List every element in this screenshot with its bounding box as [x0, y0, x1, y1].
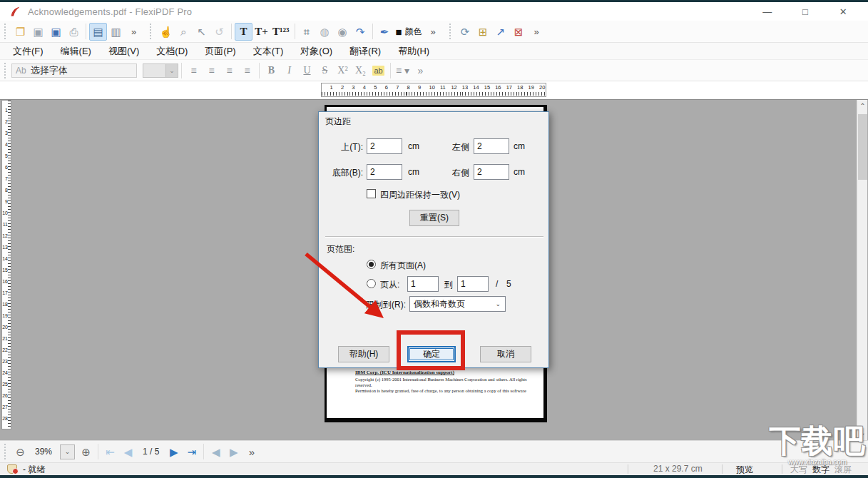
save-as-button[interactable]: ▣	[47, 23, 65, 41]
scrollbar-thumb[interactable]	[858, 114, 867, 180]
help-button[interactable]: 帮助(H)	[338, 346, 389, 362]
crop-button[interactable]: ⌗	[298, 23, 316, 41]
top-margin-input[interactable]	[367, 138, 402, 154]
overflow-button[interactable]: »	[528, 23, 546, 41]
restrict-label: 限制到(R):	[366, 299, 406, 311]
vertical-scrollbar[interactable]: ⌃ ⌄	[857, 100, 867, 440]
camera-button[interactable]: ◉	[334, 23, 352, 41]
menu-item-3[interactable]: 文档(D)	[156, 45, 188, 58]
menu-item-8[interactable]: 帮助(H)	[398, 45, 429, 58]
menu-item-5[interactable]: 文本(T)	[253, 45, 284, 58]
reset-button[interactable]: 重置(S)	[409, 210, 459, 226]
page-from-radio[interactable]	[367, 279, 376, 288]
overflow-button[interactable]: »	[424, 23, 442, 41]
strikethrough-button[interactable]: S	[317, 62, 333, 78]
keep-uniform-label: 四周边距保持一致(V)	[380, 189, 460, 201]
vertical-ruler: 1234567891011121314151617181920212223242…	[1, 100, 11, 429]
image-tool-button[interactable]: ◍	[316, 23, 334, 41]
status-bar: - 就绪 21 x 29.7 cm 预览 大写 数字 滚屏	[0, 462, 868, 475]
add-page-button[interactable]: ⊞	[474, 23, 492, 41]
font-select-input[interactable]: Ab 选择字体	[11, 63, 137, 78]
zoom-out-button[interactable]: ⊖	[11, 443, 29, 461]
page-to-input[interactable]	[457, 276, 489, 292]
hand-tool-button[interactable]: ☝	[157, 23, 175, 41]
right-margin-label: 右侧	[426, 167, 469, 179]
all-pages-radio[interactable]	[367, 260, 376, 269]
zoom-in-button[interactable]: ⊕	[77, 443, 95, 461]
right-margin-input[interactable]	[474, 164, 509, 180]
left-margin-input[interactable]	[474, 138, 509, 154]
slash-label: /	[496, 279, 498, 289]
color-swatch-button[interactable]: ■颜色	[394, 23, 424, 41]
toolbar-drag-handle	[4, 24, 6, 39]
all-pages-label: 所有页面(A)	[380, 260, 426, 272]
titlebar: Acknowledgements.pdf - FlexiPDF Pro — □ …	[0, 2, 868, 21]
menu-item-4[interactable]: 页面(P)	[205, 45, 235, 58]
divider	[325, 236, 543, 237]
zoom-level-value[interactable]: 39%	[35, 447, 52, 457]
edit-text-button[interactable]: T	[235, 23, 252, 41]
menu-item-2[interactable]: 视图(V)	[108, 45, 139, 58]
overflow-button[interactable]: »	[412, 62, 429, 78]
overflow-button[interactable]: »	[125, 23, 143, 41]
page-range-label: 页范围:	[327, 243, 354, 255]
align-center-button[interactable]: ≡	[203, 62, 220, 78]
add-text-button[interactable]: T+	[252, 23, 270, 41]
superscript-button[interactable]: X²	[335, 62, 351, 78]
align-right-button[interactable]: ≡	[221, 62, 238, 78]
align-justify-button[interactable]: ≡	[239, 62, 255, 78]
continuous-view-button[interactable]: ▥	[107, 23, 125, 41]
minimize-button[interactable]: —	[757, 6, 778, 17]
single-page-view-button[interactable]: ▤	[89, 23, 107, 41]
last-page-button[interactable]: ⇥	[183, 443, 200, 461]
save-button[interactable]: ▣	[29, 23, 47, 41]
close-button[interactable]: ✕	[832, 6, 854, 17]
security-shield-icon	[7, 464, 17, 474]
font-size-select[interactable]: ⌄	[143, 63, 178, 78]
bottom-margin-label: 底部(B):	[319, 167, 363, 179]
zoom-tool-button[interactable]: ⌕	[175, 23, 193, 41]
select-tool-button[interactable]: ↖	[193, 23, 210, 41]
eyedropper-button[interactable]: ✒	[376, 23, 394, 41]
menu-item-7[interactable]: 翻译(R)	[349, 45, 381, 58]
menu-item-6[interactable]: 对象(O)	[300, 45, 332, 58]
underline-button[interactable]: U	[299, 62, 315, 78]
open-file-button[interactable]: ❐	[11, 23, 29, 41]
line-spacing-button[interactable]: ≡ ▾	[394, 62, 411, 78]
subscript-button[interactable]: X₂	[352, 62, 369, 78]
scroll-up-icon[interactable]: ⌃	[857, 101, 868, 112]
toolbar-drag-handle	[4, 63, 6, 78]
page-from-input[interactable]	[407, 276, 439, 292]
italic-button[interactable]: I	[281, 62, 297, 78]
bold-button[interactable]: B	[263, 62, 280, 78]
bottom-margin-input[interactable]	[367, 164, 402, 180]
overflow-button[interactable]: »	[242, 443, 260, 461]
rotate-page-button[interactable]: ⟳	[456, 23, 474, 41]
chevron-down-icon[interactable]: ⌄	[165, 64, 178, 77]
menu-item-1[interactable]: 编辑(E)	[61, 45, 91, 58]
maximize-button[interactable]: □	[795, 6, 816, 17]
chevron-down-icon: ⌄	[495, 300, 501, 307]
red-highlight-rectangle	[397, 330, 465, 370]
zoom-dropdown-button[interactable]: ⌄	[60, 444, 75, 459]
keep-uniform-checkbox[interactable]	[367, 189, 376, 198]
view-back-button[interactable]: ◀	[207, 443, 225, 461]
bottom-border	[0, 475, 868, 478]
extract-page-button[interactable]: ↗	[492, 23, 510, 41]
next-page-button[interactable]: ▶	[165, 443, 183, 461]
unit-label: cm	[514, 141, 525, 151]
view-forward-button[interactable]: ▶	[225, 443, 242, 461]
undo-button[interactable]: ↺	[210, 23, 228, 41]
restrict-dropdown[interactable]: 偶数和奇数页 ⌄	[409, 296, 506, 312]
menu-item-0[interactable]: 文件(F)	[13, 45, 44, 58]
first-page-button[interactable]: ⇤	[101, 443, 119, 461]
highlight-button[interactable]: ab	[370, 62, 387, 78]
cancel-button[interactable]: 取消	[480, 346, 531, 362]
align-left-button[interactable]: ≡	[185, 62, 202, 78]
print-button[interactable]: ⎙	[65, 23, 83, 41]
delete-page-button[interactable]: ⊠	[510, 23, 528, 41]
previous-page-button[interactable]: ◀	[119, 443, 137, 461]
u-turn-arrow-button[interactable]: ↷	[352, 23, 369, 41]
text-numbering-button[interactable]: T¹²³	[270, 23, 292, 41]
preview-status[interactable]: 预览	[736, 464, 753, 476]
